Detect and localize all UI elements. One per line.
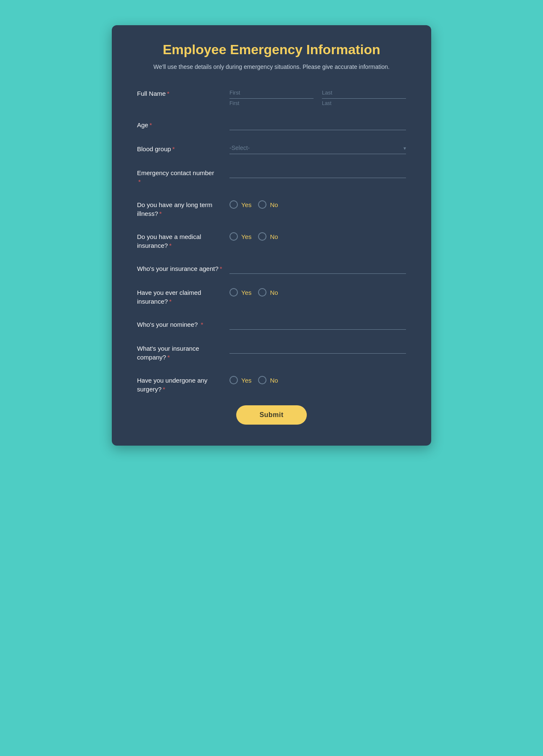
emergency-contact-input-area (229, 166, 406, 178)
first-name-input[interactable] (229, 87, 314, 99)
full-name-inputs: First Last (229, 87, 406, 106)
full-name-row: Full Name* First Last (137, 87, 406, 106)
long-term-illness-no-label: No (270, 201, 278, 208)
long-term-illness-yes-radio[interactable] (229, 200, 238, 209)
medical-insurance-yes-label: Yes (241, 233, 251, 240)
long-term-illness-yes-label: Yes (241, 201, 251, 208)
insurance-company-label: What's your insurance company?* (137, 341, 229, 362)
medical-insurance-label: Do you have a medical insurance?* (137, 230, 229, 250)
blood-group-label: Blood group* (137, 142, 229, 153)
medical-insurance-yes-radio[interactable] (229, 232, 238, 241)
full-name-label: Full Name* (137, 87, 229, 98)
medical-insurance-radio-group: Yes No (229, 230, 406, 241)
nominee-input-area (229, 318, 406, 330)
nominee-row: Who's your nominee? * (137, 318, 406, 330)
submit-button[interactable]: Submit (236, 405, 306, 425)
insurance-agent-label: Who's your insurance agent?* (137, 262, 229, 273)
first-name-field: First (229, 87, 314, 106)
long-term-illness-row: Do you have any long term illness?* Yes … (137, 198, 406, 218)
surgery-no-label: No (270, 377, 278, 384)
nominee-label: Who's your nominee? * (137, 318, 229, 329)
last-name-field: Last (322, 87, 406, 106)
surgery-radio-group: Yes No (229, 373, 406, 384)
emergency-contact-row: Emergency contact number* (137, 166, 406, 186)
medical-insurance-yes-option[interactable]: Yes (229, 232, 251, 241)
medical-insurance-no-label: No (270, 233, 278, 240)
emergency-contact-label: Emergency contact number* (137, 166, 229, 186)
blood-group-input-area: -Select- A+ A- B+ B- AB+ AB- O+ O- ▾ (229, 142, 406, 154)
blood-group-select-wrapper: -Select- A+ A- B+ B- AB+ AB- O+ O- ▾ (229, 142, 406, 154)
blood-group-select[interactable]: -Select- A+ A- B+ B- AB+ AB- O+ O- (229, 142, 406, 154)
claimed-insurance-radio-group: Yes No (229, 286, 406, 297)
long-term-illness-no-option[interactable]: No (258, 200, 278, 209)
medical-insurance-no-option[interactable]: No (258, 232, 278, 241)
surgery-no-option[interactable]: No (258, 376, 278, 384)
blood-group-row: Blood group* -Select- A+ A- B+ B- AB+ AB… (137, 142, 406, 154)
first-name-label: First (229, 100, 314, 106)
form-card: Employee Emergency Information We'll use… (112, 25, 431, 446)
claimed-insurance-no-radio[interactable] (258, 288, 266, 297)
surgery-yes-label: Yes (241, 377, 251, 384)
form-subtitle: We'll use these details only during emer… (137, 63, 406, 71)
insurance-company-input[interactable] (229, 341, 406, 354)
long-term-illness-no-radio[interactable] (258, 200, 266, 209)
claimed-insurance-yes-option[interactable]: Yes (229, 288, 251, 297)
long-term-illness-radio-group: Yes No (229, 198, 406, 209)
long-term-illness-input-area: Yes No (229, 198, 406, 209)
surgery-input-area: Yes No (229, 373, 406, 384)
claimed-insurance-row: Have you ever claimed insurance?* Yes No (137, 286, 406, 306)
surgery-label: Have you undergone any surgery?* (137, 373, 229, 394)
last-name-input[interactable] (322, 87, 406, 99)
insurance-agent-input-area (229, 262, 406, 274)
long-term-illness-yes-option[interactable]: Yes (229, 200, 251, 209)
insurance-agent-row: Who's your insurance agent?* (137, 262, 406, 274)
age-label: Age* (137, 118, 229, 129)
surgery-yes-radio[interactable] (229, 376, 238, 384)
medical-insurance-input-area: Yes No (229, 230, 406, 241)
insurance-company-input-area (229, 341, 406, 354)
age-input[interactable] (229, 118, 406, 130)
medical-insurance-row: Do you have a medical insurance?* Yes No (137, 230, 406, 250)
claimed-insurance-no-label: No (270, 289, 278, 296)
name-fields-row: First Last (229, 87, 406, 106)
insurance-company-row: What's your insurance company?* (137, 341, 406, 362)
surgery-yes-option[interactable]: Yes (229, 376, 251, 384)
claimed-insurance-yes-radio[interactable] (229, 288, 238, 297)
form-title: Employee Emergency Information (137, 42, 406, 58)
claimed-insurance-no-option[interactable]: No (258, 288, 278, 297)
age-input-area (229, 118, 406, 130)
nominee-input[interactable] (229, 318, 406, 330)
claimed-insurance-input-area: Yes No (229, 286, 406, 297)
last-name-label: Last (322, 100, 406, 106)
age-row: Age* (137, 118, 406, 130)
medical-insurance-no-radio[interactable] (258, 232, 266, 241)
claimed-insurance-label: Have you ever claimed insurance?* (137, 286, 229, 306)
insurance-agent-input[interactable] (229, 262, 406, 274)
claimed-insurance-yes-label: Yes (241, 289, 251, 296)
long-term-illness-label: Do you have any long term illness?* (137, 198, 229, 218)
emergency-contact-input[interactable] (229, 166, 406, 178)
surgery-no-radio[interactable] (258, 376, 266, 384)
surgery-row: Have you undergone any surgery?* Yes No (137, 373, 406, 394)
